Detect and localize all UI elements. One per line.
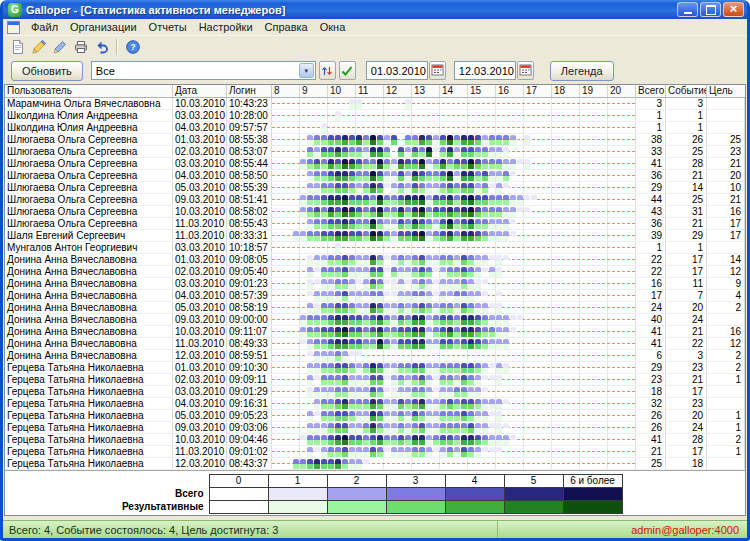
column-header-event[interactable]: Событие	[666, 85, 707, 97]
result-half	[363, 368, 369, 373]
menu-item[interactable]: Окна	[314, 20, 352, 34]
result-half	[356, 104, 362, 109]
table-row[interactable]: Герцева Татьяна Николаевна09.03.201009:0…	[5, 422, 745, 434]
heat-cell	[300, 207, 306, 217]
menu-item[interactable]: Организации	[64, 20, 143, 34]
result-half	[377, 236, 383, 241]
heat-cell	[384, 207, 390, 217]
result-half	[447, 260, 453, 265]
result-half	[384, 236, 390, 241]
legend-button[interactable]: Легенда	[550, 61, 614, 81]
new-document-button[interactable]	[7, 37, 28, 57]
table-row[interactable]: Донина Анна Вячеславовна10.03.201009:11:…	[5, 326, 745, 338]
table-row[interactable]: Герцева Татьяна Николаевна03.03.201009:0…	[5, 386, 745, 398]
table-row[interactable]: Шлюгаева Ольга Сергеевна01.03.201008:55:…	[5, 134, 745, 146]
table-row[interactable]: Марамчина Ольга Вячеславовна10.03.201010…	[5, 98, 745, 110]
table-row[interactable]: Донина Анна Вячеславовна12.03.201008:59:…	[5, 350, 745, 362]
result-half	[335, 308, 341, 313]
heat-cell	[342, 423, 348, 433]
edit-pen-button[interactable]	[49, 37, 70, 57]
table-row[interactable]: Шаля Евгений Сергеевич11.03.201008:33:31…	[5, 230, 745, 242]
table-row[interactable]: Школдина Юлия Андреевна04.03.201009:57:5…	[5, 122, 745, 134]
table-row[interactable]: Шлюгаева Ольга Сергеевна04.03.201008:58:…	[5, 170, 745, 182]
table-row[interactable]: Донина Анна Вячеславовна02.03.201009:05:…	[5, 266, 745, 278]
table-row[interactable]: Герцева Татьяна Николаевна11.03.201009:0…	[5, 446, 745, 458]
manager-filter-combo[interactable]: Все	[91, 61, 316, 80]
date-to-field[interactable]: 12.03.2010	[454, 61, 516, 80]
menu-item[interactable]: Справка	[259, 20, 314, 34]
table-row[interactable]: Мунгалов Антон Георгиевич03.03.201010:18…	[5, 242, 745, 254]
table-row[interactable]: Герцева Татьяна Николаевна05.03.201009:0…	[5, 410, 745, 422]
user-cell: Шлюгаева Ольга Сергеевна	[5, 134, 173, 145]
result-half	[293, 464, 299, 469]
table-row[interactable]: Шлюгаева Ольга Сергеевна05.03.201008:55:…	[5, 182, 745, 194]
table-row[interactable]: Шлюгаева Ольга Сергеевна09.03.201008:51:…	[5, 194, 745, 206]
table-row[interactable]: Шлюгаева Ольга Сергеевна11.03.201008:55:…	[5, 218, 745, 230]
result-half	[398, 380, 404, 385]
heat-cell	[398, 171, 404, 181]
result-half	[461, 404, 467, 409]
login-cell: 09:04:46	[227, 434, 272, 445]
help-button[interactable]: ?	[122, 37, 143, 57]
heat-cell	[349, 255, 355, 265]
table-row[interactable]: Шлюгаева Ольга Сергеевна03.03.201008:55:…	[5, 158, 745, 170]
event-cell: 14	[666, 182, 707, 193]
column-header-goal[interactable]: Цель	[707, 85, 745, 97]
heat-cell	[307, 375, 313, 385]
minimize-button[interactable]	[677, 2, 698, 17]
result-half	[426, 416, 432, 421]
result-half	[433, 224, 439, 229]
sort-arrows-button[interactable]	[319, 61, 336, 80]
menu-item[interactable]: Настройки	[193, 20, 259, 34]
confirm-check-button[interactable]	[339, 61, 356, 80]
result-half	[349, 188, 355, 193]
result-half	[391, 416, 397, 421]
edit-pencil-button[interactable]	[28, 37, 49, 57]
menu-item[interactable]: Файл	[25, 20, 64, 34]
heat-cell	[384, 279, 390, 289]
table-row[interactable]: Герцева Татьяна Николаевна02.03.201009:0…	[5, 374, 745, 386]
result-half	[377, 452, 383, 457]
heat-cell	[503, 219, 509, 229]
close-button[interactable]	[723, 2, 744, 17]
table-row[interactable]: Герцева Татьяна Николаевна10.03.201009:0…	[5, 434, 745, 446]
table-row[interactable]: Донина Анна Вячеславовна04.03.201008:57:…	[5, 290, 745, 302]
result-half	[475, 224, 481, 229]
table-row[interactable]: Донина Анна Вячеславовна05.03.201008:58:…	[5, 302, 745, 314]
table-row[interactable]: Герцева Татьяна Николаевна01.03.201009:1…	[5, 362, 745, 374]
result-half	[405, 452, 411, 457]
table-row[interactable]: Донина Анна Вячеславовна11.03.201008:49:…	[5, 338, 745, 350]
table-row[interactable]: Герцева Татьяна Николаевна12.03.201008:4…	[5, 458, 745, 470]
maximize-button[interactable]	[700, 2, 721, 17]
column-header-login[interactable]: Логин	[227, 85, 272, 97]
printer-button[interactable]	[70, 37, 91, 57]
result-half	[321, 200, 327, 205]
table-row[interactable]: Школдина Юлия Андреевна03.03.201010:28:0…	[5, 110, 745, 122]
date-to-calendar-button[interactable]	[517, 61, 534, 80]
activity-heatmap	[272, 182, 636, 193]
refresh-button[interactable]: Обновить	[11, 61, 83, 81]
column-header-user[interactable]: Пользователь	[5, 85, 173, 97]
undo-arrow-button[interactable]	[91, 37, 112, 57]
event-cell: 23	[666, 362, 707, 373]
heat-cell	[349, 219, 355, 229]
result-half	[426, 380, 432, 385]
chevron-down-icon[interactable]	[299, 63, 314, 78]
table-row[interactable]: Донина Анна Вячеславовна09.03.201009:00:…	[5, 314, 745, 326]
menu-item[interactable]: Отчеты	[143, 20, 193, 34]
table-row[interactable]: Донина Анна Вячеславовна03.03.201009:01:…	[5, 278, 745, 290]
heat-cell	[356, 363, 362, 373]
heat-cell	[377, 291, 383, 301]
heat-cell	[482, 255, 488, 265]
result-half	[482, 224, 488, 229]
result-half	[370, 344, 376, 349]
table-row[interactable]: Герцева Татьяна Николаевна04.03.201009:1…	[5, 398, 745, 410]
table-row[interactable]: Донина Анна Вячеславовна01.03.201009:08:…	[5, 254, 745, 266]
heat-cell	[454, 183, 460, 193]
column-header-total[interactable]: Всего	[636, 85, 666, 97]
date-from-calendar-button[interactable]	[429, 61, 446, 80]
date-from-field[interactable]: 01.03.2010	[366, 61, 428, 80]
table-row[interactable]: Шлюгаева Ольга Сергеевна02.03.201008:53:…	[5, 146, 745, 158]
column-header-date[interactable]: Дата	[173, 85, 227, 97]
table-row[interactable]: Шлюгаева Ольга Сергеевна10.03.201008:58:…	[5, 206, 745, 218]
